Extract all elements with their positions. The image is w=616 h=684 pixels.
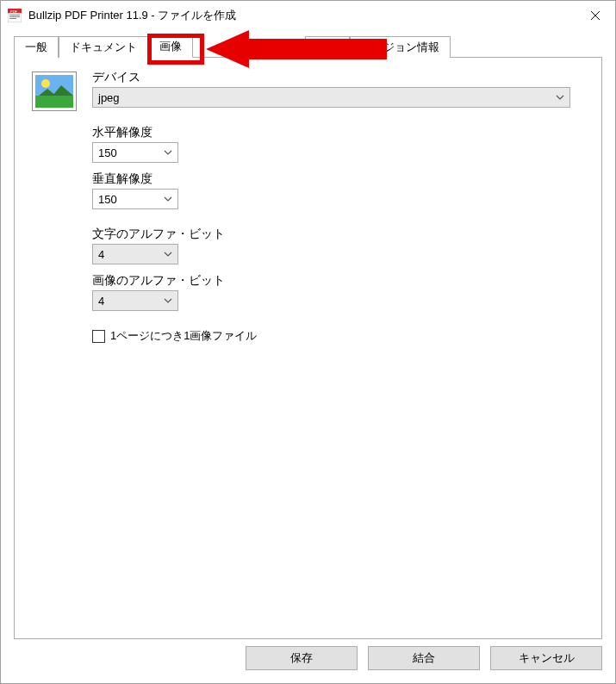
text-alpha-label: 文字のアルファ・ビット <box>92 227 584 242</box>
panel-icon-column <box>32 70 92 344</box>
svg-rect-4 <box>9 18 16 19</box>
tab-security-partial[interactable]: ティ <box>305 36 350 58</box>
device-label: デバイス <box>92 70 584 85</box>
tab-image[interactable]: 画像 <box>148 35 193 58</box>
button-bar: 保存 結合 キャンセル <box>246 646 602 670</box>
cancel-button[interactable]: キャンセル <box>490 646 602 670</box>
image-alpha-value: 4 <box>98 295 104 308</box>
tab-version-info[interactable]: バージョン情報 <box>350 36 451 58</box>
tab-general[interactable]: 一般 <box>14 36 59 58</box>
vres-select[interactable]: 150 <box>92 189 178 209</box>
image-alpha-select[interactable]: 4 <box>92 290 178 311</box>
vres-value: 150 <box>98 193 117 206</box>
window-title: Bullzip PDF Printer 11.9 - ファイルを作成 <box>28 8 576 23</box>
device-select[interactable]: jpeg <box>92 87 570 108</box>
fields-column: デバイス jpeg 水平解像度 150 <box>92 70 584 344</box>
svg-rect-3 <box>9 16 20 17</box>
hres-label: 水平解像度 <box>92 125 584 140</box>
tab-document[interactable]: ドキュメント <box>59 36 148 58</box>
tab-panel: デバイス jpeg 水平解像度 150 <box>14 57 602 639</box>
window: PDF Bullzip PDF Printer 11.9 - ファイルを作成 一… <box>0 0 616 684</box>
tabstrip: 一般 ドキュメント 画像 マーク マージ ティ バージョン情報 <box>14 36 602 57</box>
vres-row: 垂直解像度 150 <box>92 171 584 209</box>
chevron-down-icon <box>164 252 172 257</box>
svg-text:PDF: PDF <box>10 9 18 14</box>
svg-rect-9 <box>35 96 73 108</box>
chevron-down-icon <box>164 298 172 303</box>
vres-label: 垂直解像度 <box>92 171 584 187</box>
svg-rect-2 <box>9 15 20 16</box>
chevron-down-icon <box>164 196 172 202</box>
text-alpha-select[interactable]: 4 <box>92 244 178 264</box>
one-image-per-page-checkbox[interactable] <box>92 330 105 343</box>
hres-select[interactable]: 150 <box>92 142 178 163</box>
image-alpha-label: 画像のアルファ・ビット <box>92 273 584 289</box>
text-alpha-row: 文字のアルファ・ビット 4 <box>92 227 584 264</box>
save-button[interactable]: 保存 <box>246 646 358 670</box>
client-area: 一般 ドキュメント 画像 マーク マージ ティ バージョン情報 <box>2 31 614 682</box>
svg-rect-1 <box>8 13 22 22</box>
merge-button[interactable]: 結合 <box>368 646 480 670</box>
app-icon: PDF <box>8 9 22 22</box>
device-row: デバイス jpeg <box>92 70 584 108</box>
device-value: jpeg <box>98 91 120 104</box>
chevron-down-icon <box>556 95 564 100</box>
close-button[interactable] <box>576 1 615 30</box>
one-image-per-page-label: 1ページにつき1画像ファイル <box>110 328 257 344</box>
hres-row: 水平解像度 150 <box>92 125 584 163</box>
image-alpha-row: 画像のアルファ・ビット 4 <box>92 273 584 311</box>
chevron-down-icon <box>164 150 172 155</box>
titlebar: PDF Bullzip PDF Printer 11.9 - ファイルを作成 <box>1 1 615 30</box>
image-thumbnail-icon <box>32 72 77 111</box>
svg-point-10 <box>41 79 50 88</box>
one-image-per-page-row: 1ページにつき1画像ファイル <box>92 328 584 344</box>
hres-value: 150 <box>98 146 117 159</box>
text-alpha-value: 4 <box>98 248 104 261</box>
